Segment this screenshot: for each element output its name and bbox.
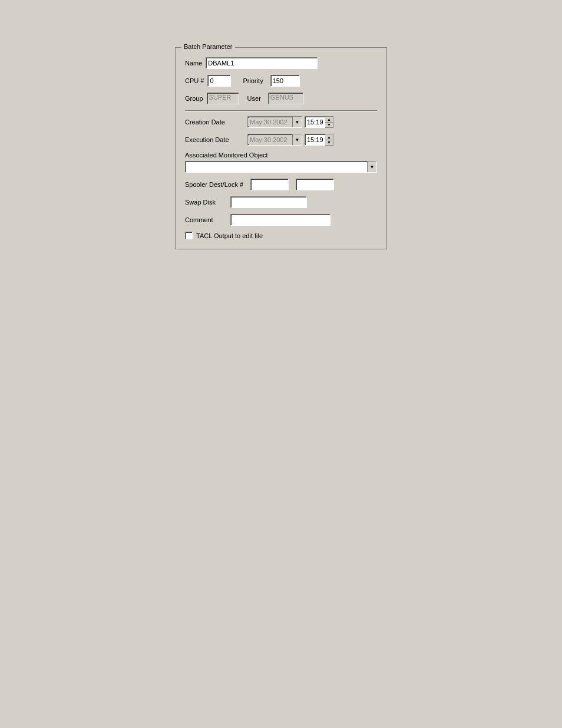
user-display: GENUS: [268, 93, 303, 104]
creation-time-input[interactable]: [305, 116, 325, 128]
tacl-row: TACL Output to edit file: [185, 232, 377, 239]
cpu-input[interactable]: [207, 75, 231, 87]
execution-date-label: Execution Date: [185, 136, 244, 143]
associated-value: [186, 166, 367, 167]
comment-row: Comment: [185, 214, 377, 226]
tacl-label: TACL Output to edit file: [196, 232, 263, 239]
cpu-priority-row: CPU # Priority: [185, 75, 377, 87]
associated-dropdown-btn[interactable]: ▼: [367, 162, 376, 172]
divider-1: [185, 110, 377, 111]
creation-time-up-btn[interactable]: ▲: [325, 117, 333, 123]
associated-select[interactable]: ▼: [185, 161, 377, 173]
tacl-checkbox[interactable]: [185, 232, 193, 239]
swapdisk-row: Swap Disk: [185, 196, 377, 208]
creation-date-control[interactable]: May 30 2002 ▼: [247, 116, 302, 128]
user-label: User: [247, 95, 261, 102]
comment-input[interactable]: [230, 214, 330, 226]
priority-label: Priority: [243, 77, 263, 84]
swapdisk-label: Swap Disk: [185, 199, 223, 206]
spooler-label: Spooler Dest/Lock #: [185, 181, 243, 188]
associated-label: Associated Monitored Object: [185, 151, 377, 159]
creation-date-row: Creation Date May 30 2002 ▼ ▲ ▼: [185, 116, 377, 128]
name-input[interactable]: [206, 57, 318, 69]
execution-date-value: May 30 2002: [248, 136, 292, 144]
comment-label: Comment: [185, 216, 223, 223]
associated-section: Associated Monitored Object ▼: [185, 151, 377, 173]
batch-parameter-dialog: Batch Parameter Name CPU # Priority Grou…: [175, 47, 387, 249]
cpu-label: CPU #: [185, 77, 204, 84]
group-label: Group: [185, 95, 203, 102]
execution-date-row: Execution Date May 30 2002 ▼ ▲ ▼: [185, 134, 377, 146]
swapdisk-input[interactable]: [230, 196, 307, 208]
creation-time-down-btn[interactable]: ▼: [325, 123, 333, 128]
execution-time-down-btn[interactable]: ▼: [325, 140, 333, 146]
group-box-title: Batch Parameter: [181, 43, 235, 50]
execution-time-spinner: ▲ ▼: [305, 134, 333, 146]
creation-time-spinner: ▲ ▼: [305, 116, 333, 128]
spooler-input-1[interactable]: [250, 179, 289, 190]
creation-time-buttons: ▲ ▼: [325, 116, 333, 128]
creation-date-label: Creation Date: [185, 118, 244, 126]
group-user-row: Group SUPER User GENUS: [185, 93, 377, 104]
execution-time-buttons: ▲ ▼: [325, 134, 333, 146]
spooler-row: Spooler Dest/Lock #: [185, 179, 377, 190]
name-label: Name: [185, 60, 202, 67]
creation-date-value: May 30 2002: [248, 118, 292, 126]
spooler-input-2[interactable]: [296, 179, 334, 190]
priority-input[interactable]: [270, 75, 300, 87]
execution-date-control[interactable]: May 30 2002 ▼: [247, 134, 302, 146]
group-display: SUPER: [207, 93, 239, 104]
execution-date-dropdown-btn[interactable]: ▼: [292, 134, 302, 145]
group-box: Batch Parameter Name CPU # Priority Grou…: [175, 47, 387, 249]
execution-time-up-btn[interactable]: ▲: [325, 134, 333, 140]
creation-date-dropdown-btn[interactable]: ▼: [292, 117, 302, 127]
execution-time-input[interactable]: [305, 134, 325, 146]
name-row: Name: [185, 57, 377, 69]
